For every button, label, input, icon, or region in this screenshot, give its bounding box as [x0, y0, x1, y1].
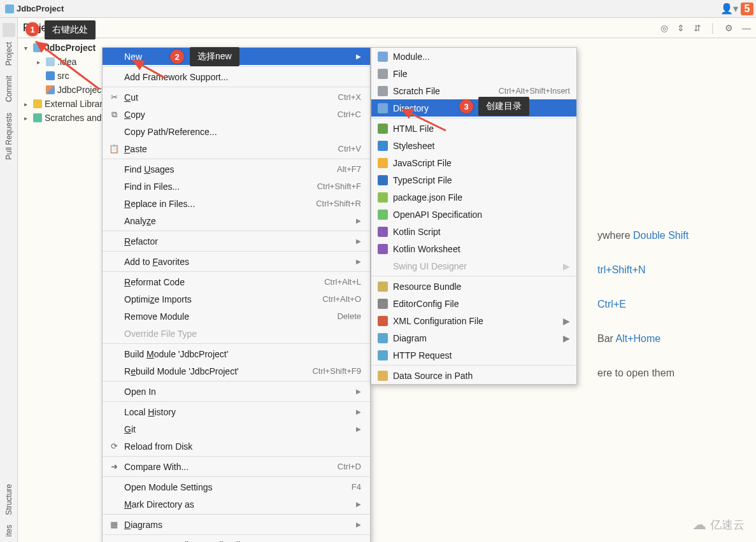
- ctx-item-find-in-files-[interactable]: Find in Files...Ctrl+Shift+F: [103, 178, 370, 195]
- plugin-icon[interactable]: 5: [741, 3, 753, 15]
- expand-icon[interactable]: ⇕: [677, 23, 685, 33]
- new-item-scratch-file[interactable]: Scratch FileCtrl+Alt+Shift+Insert: [371, 82, 576, 99]
- ctx-item-compare-with-[interactable]: ➜Compare With...Ctrl+D: [103, 458, 370, 475]
- ctx-item-refactor[interactable]: Refactor▶: [103, 232, 370, 250]
- new-item-typescript-file[interactable]: TypeScript File: [371, 171, 576, 189]
- breadcrumb-project: JdbcProject: [17, 4, 64, 13]
- rail-tab-structure[interactable]: Structure: [3, 479, 15, 520]
- rail-tab-project[interactable]: Project: [3, 37, 15, 71]
- ctx-item-override-file-type[interactable]: Override File Type: [103, 325, 370, 342]
- new-item-http-request[interactable]: HTTP Request: [371, 346, 576, 364]
- ctx-item-build-module-jdbcproject-[interactable]: Build Module 'JdbcProject': [103, 345, 370, 362]
- welcome-hints: ywhere Double Shift trl+Shift+N Ctrl+E B…: [597, 223, 688, 386]
- ctx-item-mark-directory-as[interactable]: Mark Directory as▶: [103, 496, 370, 513]
- ctx-item-replace-in-files-[interactable]: Replace in Files...Ctrl+Shift+R: [103, 195, 370, 212]
- ctx-item-copy-path-reference-[interactable]: Copy Path/Reference...: [103, 123, 370, 140]
- folder-icon: [5, 4, 14, 13]
- ctx-item-convert-java-file-to-kotlin-file[interactable]: Convert Java File to Kotlin FileCtrl+Alt…: [103, 536, 370, 542]
- toolwindow-icons: ◎ ⇕ ⇵ │ ⚙ —: [660, 23, 751, 33]
- new-item-diagram[interactable]: Diagram▶: [371, 329, 576, 346]
- ctx-item-reload-from-disk[interactable]: ⟳Reload from Disk: [103, 438, 370, 455]
- rail-tab-commit[interactable]: Commit: [3, 71, 15, 107]
- annotation-arrow-1: [23, 32, 106, 96]
- new-item-module-[interactable]: Module...: [371, 48, 576, 65]
- annotation-arrow-2: [127, 56, 172, 82]
- annotation-arrow-3: [395, 105, 452, 137]
- annotation-tip-2: 选择new: [190, 47, 239, 66]
- annotation-badge-3: 3: [459, 99, 473, 113]
- left-rail: Project Commit Pull Requests Structure i…: [0, 18, 18, 542]
- ctx-item-analyze[interactable]: Analyze▶: [103, 212, 370, 229]
- ctx-item-optimize-imports[interactable]: Optimize ImportsCtrl+Alt+O: [103, 290, 370, 308]
- collapse-icon[interactable]: ⇵: [694, 23, 701, 33]
- ctx-item-remove-module[interactable]: Remove ModuleDelete: [103, 308, 370, 325]
- new-item-swing-ui-designer[interactable]: Swing UI Designer▶: [371, 257, 576, 275]
- target-icon[interactable]: ◎: [660, 23, 668, 33]
- new-item-editorconfig-file[interactable]: EditorConfig File: [371, 295, 576, 312]
- ctx-item-open-module-settings[interactable]: Open Module SettingsF4: [103, 478, 370, 496]
- new-item-xml-configuration-file[interactable]: XML Configuration File▶: [371, 312, 576, 329]
- new-item-javascript-file[interactable]: JavaScript File: [371, 154, 576, 171]
- new-item-stylesheet[interactable]: Stylesheet: [371, 137, 576, 154]
- new-submenu: Module...FileScratch FileCtrl+Alt+Shift+…: [371, 47, 577, 385]
- rail-tab-ites[interactable]: ites: [3, 520, 15, 542]
- new-item-file[interactable]: File: [371, 65, 576, 82]
- new-item-kotlin-worksheet[interactable]: Kotlin Worksheet: [371, 240, 576, 257]
- annotation-badge-1: 1: [25, 22, 39, 36]
- annotation-tip-1: 右键此处: [45, 20, 96, 39]
- ctx-item-add-to-favorites[interactable]: Add to Favorites▶: [103, 253, 370, 270]
- annotation-tip-3: 创建目录: [478, 97, 529, 116]
- minimize-icon[interactable]: —: [742, 23, 751, 33]
- annotation-badge-2: 2: [170, 50, 184, 64]
- context-menu: New▶Add Framework Support...✂CutCtrl+X⧉C…: [102, 47, 371, 542]
- ctx-item-rebuild-module-jdbcproject-[interactable]: Rebuild Module 'JdbcProject'Ctrl+Shift+F…: [103, 362, 370, 380]
- ctx-item-open-in[interactable]: Open In▶: [103, 383, 370, 400]
- avatar-icon[interactable]: 👤▾: [720, 3, 738, 15]
- top-right-icons: 👤▾ 5: [720, 3, 753, 15]
- ctx-item-git[interactable]: Git▶: [103, 420, 370, 438]
- breadcrumb: JdbcProject: [0, 0, 756, 18]
- new-item-kotlin-script[interactable]: Kotlin Script: [371, 223, 576, 240]
- ctx-item-find-usages[interactable]: Find UsagesAlt+F7: [103, 160, 370, 178]
- svg-line-0: [36, 41, 99, 89]
- new-item-openapi-specification[interactable]: OpenAPI Specification: [371, 206, 576, 223]
- gear-icon[interactable]: ⚙: [725, 23, 733, 33]
- svg-line-1: [132, 60, 166, 78]
- ctx-item-diagrams[interactable]: ▦Diagrams▶: [103, 516, 370, 533]
- ctx-item-reformat-code[interactable]: Reformat CodeCtrl+Alt+L: [103, 273, 370, 290]
- project-toolwindow-header: Project ◎ ⇕ ⇵ │ ⚙ —: [18, 18, 756, 38]
- ctx-item-cut[interactable]: ✂CutCtrl+X: [103, 89, 370, 106]
- rail-tab-pullrequests[interactable]: Pull Requests: [3, 108, 15, 165]
- project-rail-icon[interactable]: [3, 23, 15, 37]
- ctx-item-local-history[interactable]: Local History▶: [103, 403, 370, 420]
- new-item-package-json-file[interactable]: package.json File: [371, 189, 576, 206]
- ctx-item-paste[interactable]: 📋PasteCtrl+V: [103, 140, 370, 157]
- new-item-data-source-in-path[interactable]: Data Source in Path: [371, 367, 576, 384]
- new-item-resource-bundle[interactable]: Resource Bundle: [371, 278, 576, 295]
- svg-line-2: [401, 109, 446, 131]
- ctx-item-copy[interactable]: ⧉CopyCtrl+C: [103, 106, 370, 123]
- watermark: ☁亿速云: [692, 517, 745, 533]
